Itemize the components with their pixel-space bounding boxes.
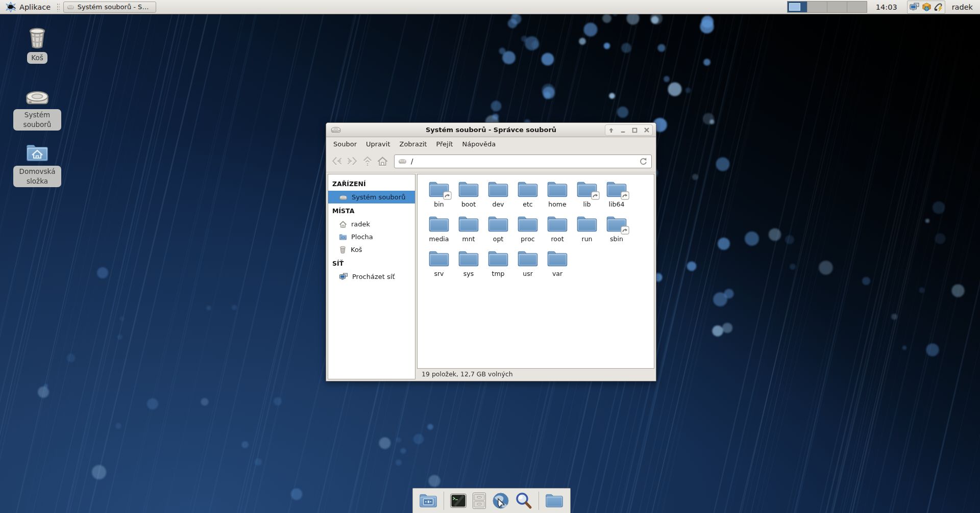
file-manager-window: Systém souborů - Správce souborů Soubor … [326, 122, 656, 381]
folder-icon [517, 180, 539, 199]
desktop-icon-label: Koš [27, 52, 47, 64]
file-item[interactable]: usr [513, 249, 543, 284]
workspace-switcher [787, 1, 867, 13]
file-item[interactable]: srv [424, 249, 454, 284]
file-label: lib64 [609, 200, 625, 208]
home-icon [339, 220, 347, 228]
window-buttons [605, 124, 653, 136]
file-item[interactable]: sys [454, 249, 483, 284]
clock[interactable]: 14:03 [876, 3, 897, 11]
desktop-icon-filesystem[interactable]: Systém souborů [13, 88, 61, 131]
dock-desktop-button[interactable] [419, 493, 438, 509]
forward-button[interactable] [346, 155, 358, 168]
side-pane: ZAŘÍZENÍ Systém souborů MÍSTA radek Ploc… [328, 174, 415, 379]
folder-icon [576, 215, 598, 234]
desktop: Aplikace Systém souborů - Sprá... 14:03 [0, 0, 980, 513]
drive-icon [67, 4, 75, 10]
titlebar[interactable]: Systém souborů - Správce souborů [326, 123, 656, 137]
menu-view[interactable]: Zobrazit [395, 139, 431, 149]
dock-terminal-button[interactable] [450, 493, 467, 508]
folder-icon [428, 215, 450, 234]
file-item[interactable]: etc [513, 180, 543, 215]
location-bar[interactable]: / [394, 155, 652, 168]
shade-button[interactable] [605, 125, 617, 135]
folder-icon [517, 249, 539, 268]
file-item[interactable]: boot [454, 180, 483, 215]
window-body: ZAŘÍZENÍ Systém souborů MÍSTA radek Ploc… [326, 172, 656, 381]
menu-help[interactable]: Nápověda [457, 139, 500, 149]
power-manager-icon[interactable] [934, 2, 943, 12]
dock-file-manager-button[interactable] [472, 492, 487, 509]
file-label: etc [523, 200, 532, 208]
dock [412, 488, 571, 513]
file-item[interactable]: mnt [454, 215, 483, 249]
workspace-2[interactable] [807, 2, 827, 12]
file-item[interactable]: run [572, 215, 602, 249]
home-button[interactable] [376, 155, 389, 168]
file-item[interactable]: sbin [602, 215, 631, 249]
file-item[interactable]: tmp [483, 249, 513, 284]
workspace-1[interactable] [788, 2, 807, 12]
file-item[interactable]: bin [424, 180, 454, 215]
toolbar: / [326, 150, 656, 172]
panel-grip[interactable] [56, 3, 60, 12]
folder-icon [457, 215, 480, 234]
sidebar-item-desktop[interactable]: Plocha [328, 230, 415, 243]
file-item[interactable]: media [424, 215, 454, 249]
up-button[interactable] [361, 155, 374, 168]
desktop-icon-home[interactable]: Domovská složka [13, 143, 61, 187]
desktop-icon-trash[interactable]: Koš [13, 25, 61, 64]
file-view[interactable]: bin boot dev etc home lib [417, 174, 654, 369]
file-label: tmp [492, 270, 504, 277]
file-item[interactable]: var [543, 249, 572, 284]
minimize-button[interactable] [617, 125, 629, 135]
package-manager-icon[interactable] [922, 2, 932, 12]
reload-button[interactable] [639, 157, 648, 166]
symlink-emblem-icon [621, 226, 629, 235]
menu-edit[interactable]: Upravit [361, 139, 395, 149]
close-button[interactable] [641, 125, 652, 135]
view-column: bin boot dev etc home lib [417, 174, 654, 379]
folder-icon [517, 215, 539, 234]
trash-icon [339, 245, 347, 254]
file-label: var [552, 270, 562, 277]
sidebar-item-home[interactable]: radek [328, 218, 415, 230]
dock-separator [538, 492, 539, 510]
dock-web-browser-button[interactable] [492, 492, 510, 510]
workspace-4[interactable] [847, 2, 867, 12]
file-item[interactable]: opt [483, 215, 513, 249]
trash-icon [27, 25, 48, 49]
file-label: proc [521, 235, 534, 243]
menu-file[interactable]: Soubor [329, 139, 361, 149]
file-item[interactable]: dev [483, 180, 513, 215]
sidebar-item-browse-network[interactable]: Procházet síť [328, 270, 415, 283]
network-monitor-icon[interactable] [909, 3, 920, 11]
file-item[interactable]: lib [572, 180, 602, 215]
statusbar-text: 19 položek, 12,7 GB volných [422, 370, 513, 378]
back-button[interactable] [330, 155, 343, 168]
sidebar-item-filesystem[interactable]: Systém souborů [328, 191, 415, 203]
hard-disk-icon [24, 88, 51, 107]
applications-menu-button[interactable]: Aplikace [3, 0, 53, 14]
file-label: lib [583, 200, 591, 208]
file-label: bin [434, 200, 444, 208]
menu-go[interactable]: Přejít [431, 139, 457, 149]
dock-folder-button[interactable] [545, 493, 564, 509]
file-label: boot [461, 200, 476, 208]
taskbar-window-button[interactable]: Systém souborů - Sprá... [63, 2, 156, 13]
file-item[interactable]: home [543, 180, 572, 215]
file-item[interactable]: lib64 [602, 180, 631, 215]
maximize-button[interactable] [629, 125, 641, 135]
dock-search-button[interactable] [514, 492, 533, 510]
file-item[interactable]: proc [513, 215, 543, 249]
symlink-emblem-icon [591, 191, 600, 200]
file-item[interactable]: root [543, 215, 572, 249]
workspace-3[interactable] [827, 2, 847, 12]
folder-icon [545, 493, 564, 509]
taskbar-window-label: Systém souborů - Sprá... [78, 3, 153, 11]
sidebar-item-label: Koš [351, 246, 362, 253]
folder-icon [457, 249, 480, 268]
file-label: dev [492, 200, 504, 208]
sidebar-item-trash[interactable]: Koš [328, 243, 415, 256]
dock-separator [444, 492, 444, 510]
